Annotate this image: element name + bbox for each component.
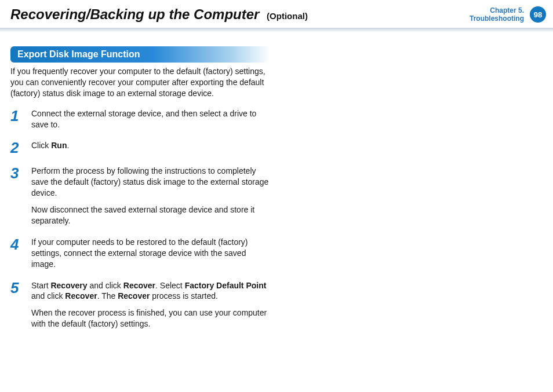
step-list: 1Connect the external storage device, an… bbox=[10, 108, 270, 329]
step-body: Perform the process by following the ins… bbox=[31, 166, 270, 226]
step-number: 1 bbox=[10, 108, 23, 130]
main-content: Export Disk Image Function If you freque… bbox=[10, 46, 270, 340]
step-body: If your computer needs to be restored to… bbox=[31, 237, 270, 270]
page-title: Recovering/Backing up the Computer (Opti… bbox=[10, 6, 308, 23]
chapter-label: Chapter 5. Troubleshooting bbox=[470, 6, 524, 23]
step: 3Perform the process by following the in… bbox=[10, 166, 270, 226]
step: 1Connect the external storage device, an… bbox=[10, 108, 270, 130]
step-subtext: Now disconnect the saved external storag… bbox=[31, 204, 270, 226]
title-main: Recovering/Backing up the Computer bbox=[10, 6, 259, 22]
step-number: 5 bbox=[10, 280, 23, 330]
section-intro: If you frequently recover your computer … bbox=[10, 66, 270, 99]
step-number: 2 bbox=[10, 140, 23, 155]
step-number: 4 bbox=[10, 237, 23, 270]
header-divider bbox=[0, 28, 553, 32]
step: 4If your computer needs to be restored t… bbox=[10, 237, 270, 270]
title-suffix: (Optional) bbox=[267, 11, 308, 21]
chapter-number: Chapter 5. bbox=[470, 6, 524, 14]
page-number-badge: 98 bbox=[530, 6, 546, 23]
page-header: Recovering/Backing up the Computer (Opti… bbox=[0, 0, 553, 29]
chapter-name: Troubleshooting bbox=[470, 14, 524, 23]
step-body: Connect the external storage device, and… bbox=[31, 108, 270, 130]
section-heading: Export Disk Image Function bbox=[10, 46, 270, 63]
step: 5Start Recovery and click Recover. Selec… bbox=[10, 280, 270, 330]
step-number: 3 bbox=[10, 166, 23, 226]
step-body: Click Run. bbox=[31, 140, 69, 155]
manual-page: Recovering/Backing up the Computer (Opti… bbox=[0, 0, 553, 392]
step: 2Click Run. bbox=[10, 140, 270, 155]
step-subtext: When the recover process is finished, yo… bbox=[31, 307, 270, 329]
step-body: Start Recovery and click Recover. Select… bbox=[31, 280, 270, 330]
chapter-info: Chapter 5. Troubleshooting 98 bbox=[470, 6, 546, 23]
